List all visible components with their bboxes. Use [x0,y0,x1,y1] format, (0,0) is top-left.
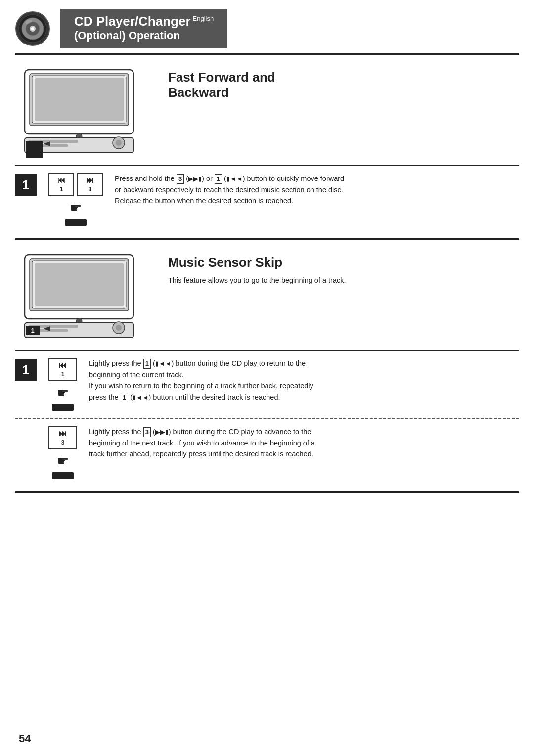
next-icon-mss: ⏭ [59,429,67,438]
svg-point-16 [116,140,122,146]
ff-description: Press and hold the 3 (▶▶▮) or 1 (▮◄◄) bu… [115,173,352,206]
kbd-1-mss2: 1 [121,393,128,402]
step-badge-ff [26,141,43,158]
device-illustration-mss: 1 [15,250,153,345]
mss-step1-row: 1 ⏮ 1 ☛ Lightly press the 1 (▮◄◄) button… [0,351,534,418]
finger-icon-mss1: ☛ [57,385,69,401]
device-svg-mss: 1 [15,250,143,344]
mss-step2-text: Lightly press the 3 (▶▶▮) button during … [89,426,326,459]
ff-title-area: Fast Forward andBackward [168,65,275,105]
step-number-1-ff: 1 [15,174,37,196]
finger-base-mss2 [52,472,74,479]
mss-btn2-diagram: ⏭ 3 ☛ [48,426,77,479]
finger-base-ff [65,219,87,226]
ff-btn-row: ⏮ 1 ⏭ 3 [48,173,103,196]
svg-text:1: 1 [31,327,34,334]
title-english-text: English [193,15,214,22]
ff-button-diagram: ⏮ 1 ⏭ 3 ☛ [48,173,103,226]
header-title-sub: (Optional) Operation [74,29,214,42]
mss-title-area: Music Sensor Skip This feature allows yo… [168,250,346,286]
divider-bottom [15,491,519,493]
kbd-1-mss: 1 [143,359,151,369]
btn3-label: 3 [89,186,92,193]
btn-next: ⏭ 3 [77,173,103,196]
fast-forward-section: 1 Fast Forward andBackward [0,55,534,165]
finger-icon-mss2: ☛ [57,453,69,469]
btn-prev: ⏮ 1 [48,173,74,196]
kbd-3-ff: 3 [177,174,184,184]
mss-step2-row: ⏭ 3 ☛ Lightly press the 3 (▶▶▮) button d… [0,419,534,486]
device-illustration-ff: 1 [15,65,153,160]
mss-step1-text: Lightly press the 1 (▮◄◄) button during … [89,358,326,402]
page-number: 54 [19,732,31,745]
svg-rect-23 [35,263,124,306]
step2-btn-label: 3 [61,439,65,446]
mss-intro-text: This feature allows you to go to the beg… [168,275,346,286]
step-number-1-mss: 1 [15,359,37,381]
svg-rect-10 [35,78,124,121]
music-sensor-section: 1 Music Sensor Skip This feature allows … [0,240,534,350]
btn-next-mss: ⏭ 3 [48,426,77,449]
header-title-box: CD Player/ChangerEnglish (Optional) Oper… [60,9,227,48]
kbd-3-mss: 3 [143,427,151,437]
next-icon: ⏭ [86,176,94,185]
step1-btn-label: 1 [61,371,65,378]
header-title-main: CD Player/ChangerEnglish [74,14,214,29]
prev-icon-mss: ⏮ [59,361,67,370]
or-text: or [206,175,213,182]
ff-step-row: 1 ⏮ 1 ⏭ 3 ☛ Press and hold the 3 (▶▶▮) o… [0,166,534,233]
title-main-text: CD Player/Changer [74,14,191,29]
ff-section-title: Fast Forward andBackward [168,70,275,100]
mss-btn1-diagram: ⏮ 1 ☛ [48,358,77,411]
kbd-1-ff: 1 [215,174,222,184]
cd-icon [15,11,50,46]
prev-icon: ⏮ [57,176,65,185]
mss-section-title: Music Sensor Skip [168,255,346,270]
finger-base-mss1 [52,404,74,411]
header: CD Player/ChangerEnglish (Optional) Oper… [0,0,534,48]
svg-point-29 [116,325,122,331]
btn1-label: 1 [60,186,63,193]
btn-prev-mss: ⏮ 1 [48,358,77,381]
svg-point-5 [31,27,34,30]
finger-icon-ff: ☛ [70,200,82,216]
